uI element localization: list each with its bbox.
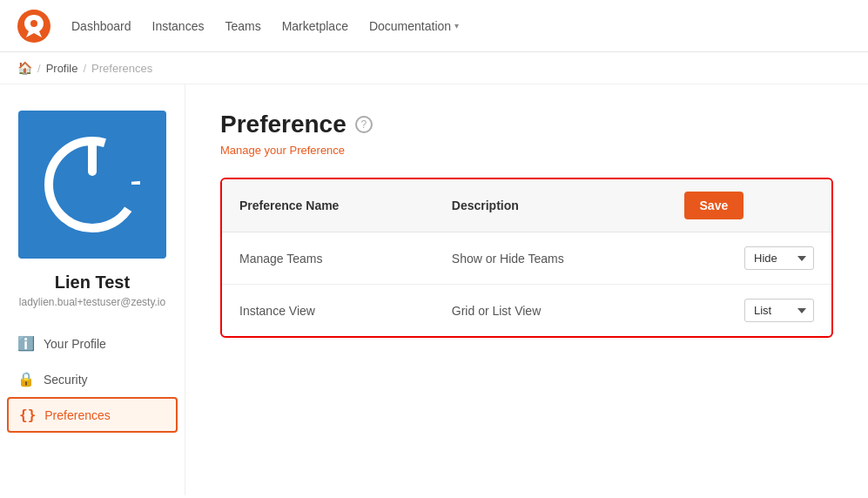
chevron-down-icon: ▾ bbox=[454, 21, 459, 30]
avatar bbox=[18, 111, 166, 259]
save-button[interactable]: Save bbox=[684, 192, 744, 219]
help-icon[interactable]: ? bbox=[355, 116, 373, 133]
table-row: Manage TeamsShow or Hide TeamsHideShow bbox=[222, 232, 831, 285]
pref-select-1[interactable]: ListGrid bbox=[744, 299, 814, 322]
table-header-row: Preference Name Description Save bbox=[222, 179, 831, 232]
nav-marketplace[interactable]: Marketplace bbox=[282, 19, 348, 33]
nav-teams[interactable]: Teams bbox=[225, 19, 260, 33]
pref-desc-cell: Grid or List View bbox=[434, 285, 667, 337]
breadcrumb-sep-1: / bbox=[37, 62, 41, 75]
brand-logo[interactable] bbox=[17, 10, 50, 43]
page-title: Preference bbox=[220, 111, 347, 138]
col-header-actions: Save bbox=[667, 179, 831, 232]
breadcrumb-current: Preferences bbox=[91, 62, 152, 75]
preferences-icon: {} bbox=[19, 407, 36, 423]
nav-links: Dashboard Instances Teams Marketplace Do… bbox=[71, 19, 459, 33]
sidebar-item-preferences[interactable]: {} Preferences bbox=[7, 397, 178, 433]
nav-documentation[interactable]: Documentation ▾ bbox=[369, 19, 459, 33]
main-layout: Lien Test ladylien.bual+testuser@zesty.i… bbox=[0, 84, 868, 495]
sidebar-item-preferences-label: Preferences bbox=[44, 408, 110, 422]
sidebar-item-security-label: Security bbox=[44, 373, 88, 387]
pref-name-cell: Instance View bbox=[222, 285, 434, 337]
breadcrumb-profile[interactable]: Profile bbox=[46, 62, 78, 75]
nav-dashboard[interactable]: Dashboard bbox=[71, 19, 131, 33]
pref-name-cell: Manage Teams bbox=[222, 232, 434, 285]
nav-instances[interactable]: Instances bbox=[152, 19, 205, 33]
table-row: Instance ViewGrid or List ViewListGrid bbox=[222, 285, 831, 337]
sidebar-email: ladylien.bual+testuser@zesty.io bbox=[0, 296, 185, 308]
topnav: Dashboard Instances Teams Marketplace Do… bbox=[0, 0, 868, 52]
home-icon[interactable]: 🏠 bbox=[17, 61, 32, 75]
sidebar: Lien Test ladylien.bual+testuser@zesty.i… bbox=[0, 84, 185, 495]
pref-action-cell: ListGrid bbox=[667, 285, 831, 337]
col-header-description: Description bbox=[434, 179, 667, 232]
pref-action-cell: HideShow bbox=[667, 232, 831, 285]
page-subtitle[interactable]: Manage your Preference bbox=[220, 144, 833, 157]
sidebar-item-your-profile[interactable]: ℹ️ Your Profile bbox=[0, 326, 185, 361]
preferences-table: Preference Name Description Save Manage … bbox=[222, 179, 831, 336]
page-title-row: Preference ? bbox=[220, 111, 833, 138]
power-icon bbox=[44, 137, 140, 232]
preferences-table-wrapper: Preference Name Description Save Manage … bbox=[220, 178, 833, 338]
main-content: Preference ? Manage your Preference Pref… bbox=[185, 84, 868, 495]
col-header-name: Preference Name bbox=[222, 179, 434, 232]
info-icon: ℹ️ bbox=[17, 335, 35, 352]
sidebar-username: Lien Test bbox=[0, 273, 185, 293]
breadcrumb-sep-2: / bbox=[83, 62, 86, 75]
pref-select-0[interactable]: HideShow bbox=[744, 246, 814, 270]
pref-desc-cell: Show or Hide Teams bbox=[434, 232, 667, 285]
breadcrumb: 🏠 / Profile / Preferences bbox=[0, 52, 868, 84]
lock-icon: 🔒 bbox=[17, 371, 35, 387]
svg-point-1 bbox=[30, 20, 37, 27]
sidebar-item-security[interactable]: 🔒 Security bbox=[0, 361, 185, 397]
sidebar-item-your-profile-label: Your Profile bbox=[44, 337, 106, 351]
